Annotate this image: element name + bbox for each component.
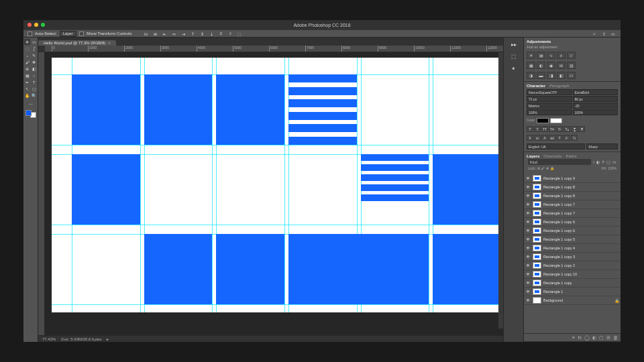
layer-filter-kind[interactable]: Kind [528, 159, 591, 165]
channel-mixer-icon[interactable]: ⊞ [557, 62, 566, 69]
vibrance-adjustment-icon[interactable]: ▽ [567, 52, 576, 59]
lock-all-icon[interactable]: 🔒 [550, 166, 554, 170]
crop-tool-icon[interactable]: ⟂ [24, 52, 30, 58]
visibility-icon[interactable]: 👁 [525, 255, 531, 259]
language-input[interactable]: English: UK [527, 143, 585, 149]
align-center-icon[interactable]: ⇔ [170, 30, 177, 37]
rectangle-shape[interactable] [433, 154, 501, 225]
filter-smart-icon[interactable]: ▭ [612, 160, 616, 164]
character-tab[interactable]: Character [527, 84, 545, 88]
share-icon[interactable]: ⇧ [600, 30, 607, 37]
layer-name[interactable]: Rectangle 1 copy 6 [543, 229, 575, 233]
rectangle-shape[interactable] [216, 234, 284, 304]
layer-row[interactable]: 👁Background🔒 [524, 296, 621, 305]
lock-paint-icon[interactable]: 🖌 [541, 166, 545, 170]
scrollbar[interactable] [498, 52, 503, 328]
align-right-icon[interactable]: ⇥ [180, 30, 186, 37]
visibility-icon[interactable]: 👁 [525, 290, 531, 294]
visibility-icon[interactable]: 👁 [525, 202, 531, 206]
layer-fx-icon[interactable]: fx [578, 335, 582, 340]
gradient-map-icon[interactable]: ◧ [557, 72, 566, 79]
paragraph-tab[interactable]: Paragraph [549, 84, 570, 88]
antialias-input[interactable]: Sharp [586, 143, 618, 149]
foreground-color-swatch[interactable] [25, 110, 32, 116]
font-family-input[interactable]: NanumSquareOTF [527, 89, 572, 95]
doc-info[interactable]: Doc: 5.93M/20.6 bytes [61, 337, 101, 341]
artboard-tool-icon[interactable]: ▭ [31, 39, 37, 45]
layer-thumbnail[interactable] [533, 219, 541, 225]
layer-thumbnail[interactable] [533, 236, 541, 243]
vertical-ruler[interactable] [38, 52, 45, 335]
marquee-tool-icon[interactable]: ⬚ [24, 46, 30, 52]
layer-thumbnail[interactable] [533, 201, 541, 208]
search-icon[interactable]: ⌕ [591, 30, 598, 37]
smallcaps-button[interactable]: Tᴛ [549, 126, 555, 132]
zoom-tool-icon[interactable]: 🔍 [31, 93, 37, 99]
layer-name[interactable]: Rectangle 1 [543, 290, 563, 294]
document-tab[interactable]: Hello World.psd @ 77.3% (RGB/8) × [38, 40, 116, 46]
invert-adjustment-icon[interactable]: ◑ [527, 72, 535, 79]
opentype-button[interactable]: 1ˢ [564, 135, 570, 141]
lock-trans-icon[interactable]: ⊞ [537, 166, 540, 170]
text-color-black[interactable] [537, 118, 549, 123]
layer-thumbnail[interactable] [533, 288, 541, 295]
layer-thumbnail[interactable] [533, 297, 541, 304]
layer-thumbnail[interactable] [533, 245, 541, 251]
rectangle-shape[interactable] [288, 87, 357, 95]
layer-name[interactable]: Rectangle 1 copy 4 [543, 246, 575, 250]
rectangle-shape[interactable] [433, 234, 501, 304]
visibility-icon[interactable]: 👁 [525, 211, 531, 215]
edit-toolbar-icon[interactable]: ⋯ [28, 101, 34, 107]
layer-name[interactable]: Rectangle 1 copy 7 [543, 202, 575, 206]
layer-name[interactable]: Rectangle 1 copy 8 [543, 194, 575, 198]
italic-button[interactable]: T [534, 126, 541, 132]
layer-name[interactable]: Rectangle 1 copy 9 [543, 176, 575, 180]
layer-row[interactable]: 👁Rectangle 1 copy 4 [524, 244, 621, 253]
lock-pos-icon[interactable]: ✥ [546, 166, 549, 170]
layer-mask-icon[interactable]: ◯ [584, 335, 590, 341]
auto-select-checkbox[interactable] [28, 32, 32, 36]
rectangle-shape[interactable] [288, 137, 357, 145]
paths-tab[interactable]: Paths [566, 154, 576, 158]
layer-name[interactable]: Rectangle 1 copy 5 [543, 237, 575, 241]
layer-name[interactable]: Rectangle 1 copy [543, 281, 572, 285]
layer-row[interactable]: 👁Rectangle 1 copy 7 [524, 200, 621, 209]
layer-row[interactable]: 👁Rectangle 1 copy 8 [524, 192, 621, 200]
visibility-icon[interactable]: 👁 [525, 220, 531, 224]
curves-adjustment-icon[interactable]: ∿ [547, 52, 555, 59]
opentype-button[interactable]: ½ [571, 135, 578, 141]
kerning-input[interactable]: Metrics [527, 103, 572, 109]
rectangle-shape[interactable] [361, 184, 429, 191]
layer-thumbnail[interactable] [533, 184, 541, 190]
brush-tool-icon[interactable]: 🖌 [24, 59, 30, 65]
posterize-icon[interactable]: ▬ [537, 72, 545, 79]
eyedropper-tool-icon[interactable]: ✎ [31, 52, 37, 58]
new-group-icon[interactable]: ▢ [599, 335, 604, 341]
visibility-icon[interactable]: 👁 [525, 176, 531, 180]
brightness-adjustment-icon[interactable]: ☀ [527, 52, 535, 59]
allcaps-button[interactable]: TT [541, 126, 548, 132]
3d-mode-icon[interactable]: ⬚ [236, 30, 243, 37]
new-layer-icon[interactable]: ⊞ [606, 335, 610, 341]
leading-input[interactable]: 86 px [573, 96, 619, 102]
layers-tab[interactable]: Layers [527, 154, 539, 158]
navigator-panel-icon[interactable]: ✦ [509, 64, 519, 72]
vscale-input[interactable]: 100% [527, 109, 572, 115]
canvas[interactable] [52, 58, 503, 312]
close-icon[interactable] [28, 23, 32, 27]
rectangle-shape[interactable] [144, 234, 213, 304]
gradient-tool-icon[interactable]: ▦ [24, 72, 30, 78]
visibility-icon[interactable]: 👁 [525, 272, 531, 276]
align-bottom-icon[interactable]: ⤓ [208, 30, 215, 37]
close-tab-icon[interactable]: × [108, 41, 111, 45]
visibility-icon[interactable]: 👁 [525, 246, 531, 250]
align-left-icon[interactable]: ⇤ [161, 30, 168, 37]
layer-row[interactable]: 👁Rectangle 1 copy 10 [524, 270, 621, 279]
layer-name[interactable]: Rectangle 1 copy 8 [543, 185, 575, 189]
blur-tool-icon[interactable]: ○ [31, 72, 37, 78]
layer-name[interactable]: Rectangle 1 copy 6 [543, 220, 575, 224]
opentype-button[interactable]: T [556, 135, 563, 141]
healing-tool-icon[interactable]: ✚ [31, 59, 37, 65]
maximize-icon[interactable] [41, 23, 45, 27]
rectangle-shape[interactable] [361, 164, 429, 171]
